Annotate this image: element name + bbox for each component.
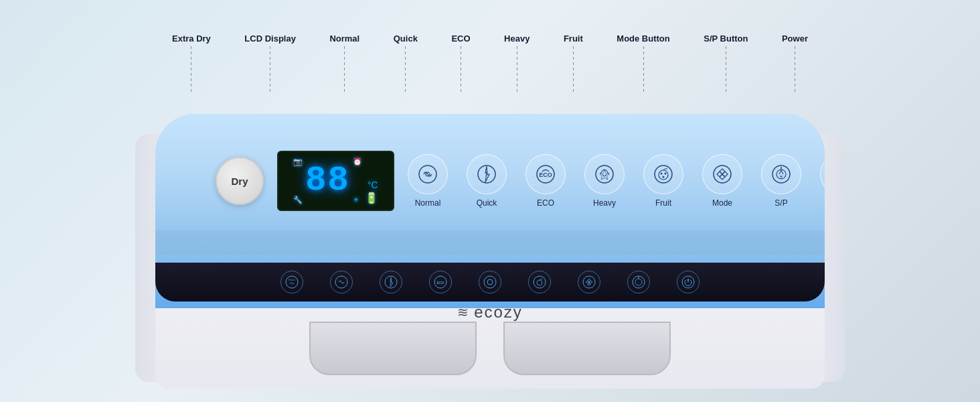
dark-fruit-circle <box>528 271 551 293</box>
label-normal: Normal <box>329 34 359 93</box>
dark-extra-dry-circle: Extra Dry <box>280 271 303 293</box>
dark-eco-icon: ECO <box>433 275 448 289</box>
sp-icon: II <box>770 163 792 185</box>
dark-bar-quick[interactable] <box>380 271 402 293</box>
dark-heavy-icon <box>483 275 497 289</box>
label-heavy: Heavy <box>504 34 529 93</box>
svg-point-29 <box>635 279 642 285</box>
heavy-mode-button[interactable]: Heavy <box>584 154 625 208</box>
dark-power-circle <box>677 271 700 293</box>
fruit-mode-button[interactable]: Fruit <box>643 154 683 208</box>
svg-point-10 <box>663 176 665 178</box>
lcd-sun-icon: ☀ <box>353 196 362 204</box>
svg-text:ECO: ECO <box>539 172 552 178</box>
heavy-icon <box>594 163 615 185</box>
lcd-display: 📷 🔧 88 ⏰ ☀ °C 🔋 <box>277 151 394 211</box>
dark-quick-icon <box>384 275 398 289</box>
eco-icon: ECO <box>535 163 556 185</box>
svg-point-23 <box>484 276 496 288</box>
dark-eco-circle: ECO <box>429 271 452 293</box>
label-mode-button: Mode Button <box>617 34 669 93</box>
dark-bar-power[interactable] <box>677 271 700 293</box>
dashed-line-normal <box>344 46 345 93</box>
dark-mode-circle <box>578 271 600 293</box>
dark-power-icon <box>681 275 696 289</box>
normal-mode-button[interactable]: Normal <box>408 154 448 208</box>
dashed-line-lcd <box>270 46 270 93</box>
mode-button[interactable]: Mode <box>702 154 742 208</box>
lcd-clock-icon: ⏰ <box>353 157 362 166</box>
power-button[interactable]: Power <box>820 154 825 208</box>
dashed-line-eco <box>461 46 461 93</box>
fruit-label: Fruit <box>655 198 671 208</box>
dark-bar-mode[interactable] <box>578 271 600 293</box>
sp-icon-circle: II <box>761 154 801 194</box>
fruit-icon <box>653 163 674 185</box>
label-eco: ECO <box>451 34 470 93</box>
eco-mode-button[interactable]: ECO ECO <box>525 154 566 208</box>
svg-text:ECO: ECO <box>437 281 444 285</box>
dark-extra-dry-icon: Extra Dry <box>284 275 299 289</box>
handle-right <box>503 322 671 375</box>
normal-label: Normal <box>415 198 441 208</box>
dark-bar-sp[interactable] <box>627 271 650 293</box>
dashed-line-extra-dry <box>191 46 191 93</box>
mode-icons-row: Normal Quick <box>408 154 825 208</box>
dark-normal-circle <box>330 271 353 293</box>
mode-icon <box>712 163 733 185</box>
dark-bar-extra-dry[interactable]: Extra Dry <box>280 271 303 293</box>
lcd-inner: 📷 🔧 88 ⏰ ☀ °C 🔋 <box>282 156 389 206</box>
dark-heavy-circle <box>479 271 501 293</box>
dark-bar-fruit[interactable] <box>528 271 551 293</box>
dark-bar-normal[interactable] <box>330 271 353 293</box>
lcd-icon-top: 📷 <box>293 157 303 166</box>
heavy-label: Heavy <box>593 198 616 208</box>
svg-point-9 <box>665 173 667 175</box>
fruit-icon-circle <box>643 154 683 194</box>
handle-left <box>309 322 477 375</box>
sp-button[interactable]: II S/P <box>761 154 801 208</box>
dark-quick-circle <box>380 271 402 293</box>
mode-icon-circle <box>702 154 742 194</box>
svg-text:Dry: Dry <box>290 281 294 285</box>
svg-point-26 <box>537 280 542 285</box>
label-quick: Quick <box>394 34 418 93</box>
lcd-left-icons: 📷 🔧 <box>293 157 303 204</box>
dark-normal-icon <box>334 275 349 289</box>
lcd-battery-icon: 🔋 <box>365 192 378 204</box>
svg-point-25 <box>534 276 546 288</box>
lcd-digits: 88 <box>305 163 349 198</box>
dashed-line-sp <box>726 46 726 93</box>
lcd-celsius: °C <box>368 180 378 190</box>
dashed-line-power <box>795 46 795 93</box>
dashed-line-mode <box>643 46 644 93</box>
dark-control-bar: Extra Dry <box>155 263 825 302</box>
svg-point-8 <box>661 173 663 175</box>
power-icon-circle <box>820 154 825 194</box>
dark-fruit-icon <box>532 275 547 289</box>
dashed-line-heavy <box>517 46 517 93</box>
svg-point-5 <box>596 165 613 183</box>
label-extra-dry: Extra Dry <box>172 34 211 93</box>
svg-point-7 <box>659 170 668 180</box>
svg-point-6 <box>655 165 672 183</box>
label-sp-button: S/P Button <box>704 34 748 93</box>
heavy-icon-circle <box>584 154 625 194</box>
dashed-line-quick <box>405 46 406 93</box>
labels-row: Extra Dry LCD Display Normal Quick ECO H… <box>172 34 808 93</box>
mode-label: Mode <box>712 198 732 208</box>
quick-label: Quick <box>477 198 497 208</box>
eco-icon-circle: ECO <box>525 154 566 194</box>
normal-icon-circle <box>408 154 448 194</box>
dark-mode-icon <box>582 275 596 289</box>
svg-point-24 <box>487 279 493 285</box>
quick-mode-button[interactable]: Quick <box>467 154 507 208</box>
control-area: Dry 📷 🔧 88 ⏰ <box>216 151 764 211</box>
dry-button[interactable]: Dry <box>216 157 264 205</box>
dark-bar-eco[interactable]: ECO <box>429 271 452 293</box>
quick-icon-circle <box>467 154 507 194</box>
label-lcd-display: LCD Display <box>244 34 296 93</box>
dark-bar-heavy[interactable] <box>479 271 501 293</box>
normal-icon <box>417 163 438 185</box>
dark-sp-icon <box>631 275 646 289</box>
